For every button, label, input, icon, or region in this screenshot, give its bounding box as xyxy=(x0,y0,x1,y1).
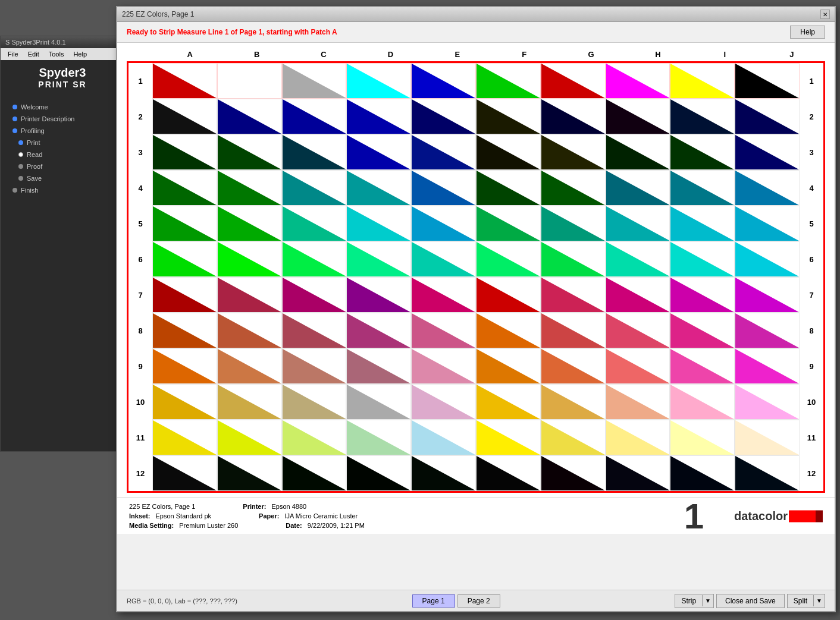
sidebar-label-finish: Finish xyxy=(21,187,38,194)
sidebar-label-welcome: Welcome xyxy=(21,103,48,111)
color-cell-1-B xyxy=(217,63,282,99)
page-buttons[interactable]: Page 1 Page 2 xyxy=(412,594,500,608)
sidebar-nav: Welcome Printer Description Profiling Pr… xyxy=(1,95,124,202)
color-cell-9-F xyxy=(476,348,541,384)
color-cell-12-C xyxy=(282,455,347,491)
color-cell-2-I xyxy=(670,99,735,134)
color-cell-4-G xyxy=(541,170,606,206)
date-value: 9/22/2009, 1:21 PM xyxy=(308,522,365,529)
color-cell-5-G xyxy=(541,206,606,241)
color-cell-4-D xyxy=(346,170,411,206)
split-dropdown-icon[interactable]: ▼ xyxy=(813,595,825,606)
strip-selector[interactable]: Strip ▼ xyxy=(675,594,714,608)
color-cell-3-J xyxy=(735,134,800,170)
color-cell-9-D xyxy=(346,348,411,384)
printer-info: Printer: Epson 4880 xyxy=(243,503,306,510)
color-cell-10-G xyxy=(541,384,606,420)
color-cell-5-D xyxy=(346,206,411,241)
media-label: Media Setting: xyxy=(129,522,174,529)
color-cell-6-I xyxy=(670,241,735,277)
row-label-right-8: 8 xyxy=(800,313,823,348)
color-cell-11-A xyxy=(152,420,217,455)
page2-button[interactable]: Page 2 xyxy=(457,594,500,608)
color-cell-7-A xyxy=(152,277,217,313)
sidebar-item-printer-description[interactable]: Printer Description xyxy=(1,113,124,125)
color-cell-3-I xyxy=(670,134,735,170)
color-cell-1-J xyxy=(735,63,800,99)
split-selector[interactable]: Split ▼ xyxy=(787,594,825,608)
sidebar-item-save[interactable]: Save xyxy=(1,172,124,184)
info-row-1: 225 EZ Colors, Page 1 Printer: Epson 488… xyxy=(129,503,823,510)
color-cell-2-D xyxy=(346,99,411,134)
row-label-right-1: 1 xyxy=(800,63,823,99)
menu-edit[interactable]: Edit xyxy=(23,49,44,59)
row-label-left-10: 10 xyxy=(128,384,152,420)
color-cell-8-E xyxy=(411,313,476,348)
menu-help[interactable]: Help xyxy=(68,49,92,59)
row-label-right-7: 7 xyxy=(800,277,823,313)
sidebar-item-profiling[interactable]: Profiling xyxy=(1,125,124,137)
col-j: J xyxy=(758,50,825,59)
close-icon[interactable]: ✕ xyxy=(820,10,830,19)
close-save-button[interactable]: Close and Save xyxy=(716,594,785,608)
color-cell-2-B xyxy=(217,99,282,134)
color-cell-3-G xyxy=(541,134,606,170)
date-label: Date: xyxy=(286,522,302,529)
color-cell-2-F xyxy=(476,99,541,134)
col-i: I xyxy=(691,50,758,59)
color-cell-6-J xyxy=(735,241,800,277)
save-dot xyxy=(18,176,23,181)
color-cell-10-F xyxy=(476,384,541,420)
row-label-left-5: 5 xyxy=(128,206,152,241)
color-cell-12-A xyxy=(152,455,217,491)
sidebar-item-finish[interactable]: Finish xyxy=(1,184,124,196)
page1-button[interactable]: Page 1 xyxy=(412,594,455,608)
split-label: Split xyxy=(788,594,813,608)
color-cell-8-H xyxy=(606,313,670,348)
color-cell-10-E xyxy=(411,384,476,420)
color-cell-2-E xyxy=(411,99,476,134)
color-cell-7-B xyxy=(217,277,282,313)
color-cell-10-J xyxy=(735,384,800,420)
datacolor-color-bar xyxy=(789,510,823,522)
paper-value: IJA Micro Ceramic Luster xyxy=(284,512,358,520)
logo-spyder: Spyder3 xyxy=(39,66,86,80)
sidebar-item-welcome[interactable]: Welcome xyxy=(1,101,124,113)
color-cell-7-G xyxy=(541,277,606,313)
main-dialog: 225 EZ Colors, Page 1 ✕ Ready to Strip M… xyxy=(116,6,836,612)
col-h: H xyxy=(625,50,691,59)
menu-tools[interactable]: Tools xyxy=(44,49,69,59)
color-cell-3-F xyxy=(476,134,541,170)
color-cell-12-E xyxy=(411,455,476,491)
strip-dropdown-icon[interactable]: ▼ xyxy=(702,595,713,606)
color-cell-6-F xyxy=(476,241,541,277)
color-cell-8-C xyxy=(282,313,347,348)
help-button[interactable]: Help xyxy=(790,26,825,39)
color-cell-11-H xyxy=(606,420,670,455)
row-label-right-5: 5 xyxy=(800,206,823,241)
color-cell-11-B xyxy=(217,420,282,455)
color-cell-1-A xyxy=(152,63,217,99)
bottom-right-controls[interactable]: Strip ▼ Close and Save Split ▼ xyxy=(675,594,825,608)
color-cell-9-G xyxy=(541,348,606,384)
media-info: Media Setting: Premium Luster 260 xyxy=(129,522,238,529)
menubar[interactable]: File Edit Tools Help xyxy=(1,48,124,60)
sidebar-item-read[interactable]: Read xyxy=(1,149,124,160)
color-cell-3-A xyxy=(152,134,217,170)
color-cell-8-D xyxy=(346,313,411,348)
page-number: 1 xyxy=(684,496,704,536)
sidebar-item-proof[interactable]: Proof xyxy=(1,160,124,172)
color-cell-7-I xyxy=(670,277,735,313)
row-label-right-11: 11 xyxy=(800,420,823,455)
color-cell-12-D xyxy=(346,455,411,491)
col-b: B xyxy=(223,50,290,59)
color-cell-2-G xyxy=(541,99,606,134)
column-headers: A B C D E F G H I J xyxy=(127,48,825,61)
chart-area: A B C D E F G H I J 1 xyxy=(117,43,835,498)
menu-file[interactable]: File xyxy=(3,49,23,59)
bg-window-titlebar: S Spyder3Print 4.0.1 xyxy=(1,36,124,48)
color-cell-10-D xyxy=(346,384,411,420)
sidebar-item-print[interactable]: Print xyxy=(1,137,124,149)
printer-description-dot xyxy=(12,117,17,121)
row-label-left-6: 6 xyxy=(128,241,152,277)
